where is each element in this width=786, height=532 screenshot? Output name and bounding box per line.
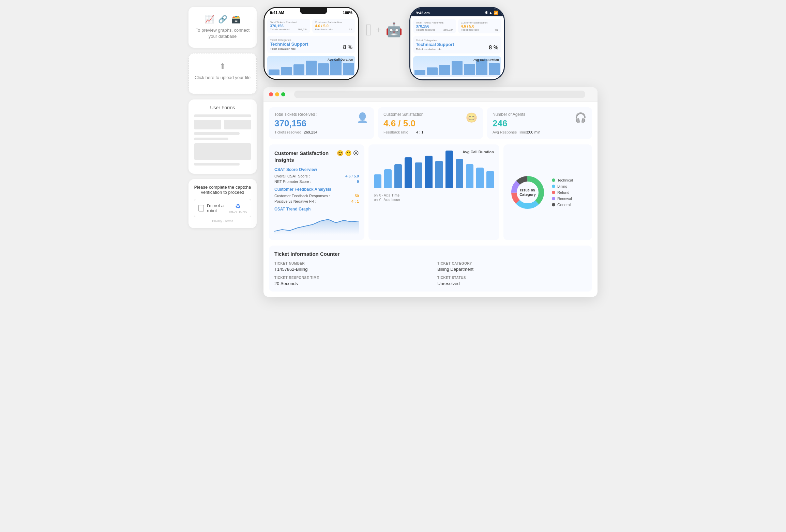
csat-feedback-row: Customer Feedback Responses : 50 (274, 194, 359, 198)
android-stat-2-sub-value: 4:1 (495, 28, 498, 31)
ios-phone-mockup: 9:41 AM 100% Total Tickets Received: 370… (263, 7, 359, 80)
bar-9 (456, 159, 463, 188)
bar-chart-card: Avg Call Duration (368, 144, 499, 240)
android-bar-4 (452, 61, 463, 75)
captcha-logo: ♻ reCAPTCHA (229, 203, 247, 214)
legend-general: General (552, 203, 573, 207)
bar-3 (394, 164, 402, 188)
stat-tickets-value: 370,156 (274, 118, 317, 129)
ios-battery: 100% (343, 11, 352, 15)
bar-7 (435, 161, 443, 188)
window-titlebar (263, 87, 598, 102)
bar-group-6 (425, 156, 433, 188)
bar-group-2 (384, 169, 392, 188)
mid-row: Customer Satisfaction Insights 😊 😐 ☹ CSA… (269, 144, 592, 240)
stat-agents-label: Number of Agents (493, 112, 540, 117)
ticket-response-label: TICKET RESPONSE TIME (274, 276, 424, 280)
legend-label-general: General (557, 203, 571, 207)
stat-csat-sub-label: Feedback ratio (383, 130, 408, 134)
android-bar-2 (427, 67, 438, 75)
csat-feedback-label: Customer Feedback Responses : (274, 194, 330, 198)
legend-refund: Refund (552, 190, 573, 194)
upload-text: Click here to upload your file (195, 75, 251, 81)
android-stat-2-value: 4.6 / 5.0 (461, 24, 498, 28)
x-axis-value: Time (392, 193, 399, 197)
plus-icon: + (376, 25, 381, 35)
form-box-1[interactable] (194, 120, 221, 129)
ticket-field-status: TICKET STATUS Unresolved (437, 276, 587, 286)
ios-stat-2-label: Customer Satisfaction (315, 21, 352, 24)
donut-center-label: Issue byCategory (519, 188, 536, 197)
ios-stat-1-label: Total Tickets Received: (270, 21, 307, 24)
emoji-neutral: 😐 (345, 150, 352, 156)
android-screen: Total Tickets Received: 370,156 Tickets … (410, 16, 504, 79)
upload-card[interactable]: ⬆ Click here to upload your file (188, 53, 257, 94)
bar-10 (466, 164, 473, 188)
captcha-checkbox[interactable] (198, 205, 204, 212)
window-btn-green[interactable] (281, 92, 285, 96)
legend-technical: Technical (552, 178, 573, 182)
donut-legend: Technical Billing Refund (552, 178, 573, 207)
donut-card: Issue byCategory Technical Billing (503, 144, 592, 240)
stat-tickets-icon: 👤 (357, 112, 368, 123)
stat-agents-left: Number of Agents 246 Avg Response Time 3… (493, 112, 540, 134)
ticket-field-category: TICKET CATEGORY Billing Department (437, 262, 587, 272)
bar-group-12 (486, 171, 494, 188)
ios-bar-6 (330, 59, 341, 75)
csat-trend-heading: CSAT Trend Graph (274, 207, 359, 212)
ios-avg-label: Avg Call Duration (328, 58, 353, 61)
ticket-status-value: Unresolved (437, 281, 587, 286)
bar-group-9 (456, 159, 463, 188)
ios-ticket-rate: Ticket escalation rate (270, 47, 308, 50)
legend-dot-general (552, 203, 555, 206)
form-box-2[interactable] (224, 120, 251, 129)
stat-agents-sub: Avg Response Time 3:00 min (493, 130, 540, 134)
ios-bar-4 (306, 61, 317, 75)
stat-card-csat: Customer Satisfaction 4.6 / 5.0 Feedback… (378, 107, 483, 139)
bar-11 (476, 168, 484, 188)
ios-stat-2-sub-label: Feedback ratio (315, 28, 333, 31)
android-avg-label: Avg Call Duration (473, 58, 499, 62)
captcha-card: Please complete the captcha verification… (188, 179, 257, 228)
left-sidebar: 📈 🔗 🗃️ To preview graphs, connect your d… (188, 7, 257, 297)
upload-icon: ⬆ (219, 62, 226, 71)
x-axis-line: on X - Axis Time (374, 193, 494, 197)
window-btn-red[interactable] (269, 92, 273, 96)
stat-tickets-label: Total Tickets Received : (274, 112, 317, 117)
android-ticket-left: Ticket Categories Technical Support Tick… (416, 39, 454, 51)
donut-wrap: Issue byCategory (509, 174, 546, 211)
form-textarea[interactable] (194, 143, 251, 160)
legend-label-renewal: Renewal (557, 197, 572, 201)
ios-status-bar: 9:41 AM 100% (264, 8, 358, 16)
csat-feedback-value: 50 (355, 194, 359, 198)
stat-csat-icon: 😊 (466, 112, 478, 123)
captcha-label: I'm not a robot (207, 203, 229, 213)
page-wrapper: 📈 🔗 🗃️ To preview graphs, connect your d… (188, 7, 598, 297)
bar-group-5 (415, 162, 422, 188)
csat-emoji-row: 😊 😐 ☹ (337, 150, 359, 156)
android-stat-1-value: 370,156 (416, 24, 453, 28)
captcha-box[interactable]: I'm not a robot ♻ reCAPTCHA (194, 199, 251, 217)
android-icon: 🤖 (386, 22, 403, 38)
ios-ticket-cat: Ticket Categories (270, 38, 308, 42)
apple-icon:  (366, 20, 372, 39)
ios-bar-3 (293, 64, 304, 75)
bar-group-11 (476, 168, 484, 188)
bar-8 (445, 151, 453, 188)
stat-agents-sub-value: 3:00 min (526, 130, 540, 134)
android-stat-2-sub: Feedback ratio 4:1 (461, 28, 498, 31)
form-input-3 (194, 138, 228, 140)
android-stats-row: Total Tickets Received: 370,156 Tickets … (413, 19, 501, 33)
legend-dot-refund (552, 191, 555, 194)
forms-title: User Forms (194, 105, 251, 110)
csat-overall-value: 4.6 / 5.0 (345, 174, 359, 178)
window-btn-yellow[interactable] (275, 92, 279, 96)
ios-stat-1-sub-label: Tickets resolved (270, 28, 290, 31)
stat-csat-sub-value: 4 : 1 (416, 130, 423, 134)
android-ticket-title: Technical Support (416, 42, 454, 47)
bar-6 (425, 156, 433, 188)
stat-csat-label: Customer Satisfaction (383, 112, 423, 117)
captcha-footer: Privacy · Terms (194, 219, 251, 223)
ios-stat-2-sub: Feedback ratio 4:1 (315, 28, 352, 31)
window-url-bar[interactable] (294, 91, 585, 98)
